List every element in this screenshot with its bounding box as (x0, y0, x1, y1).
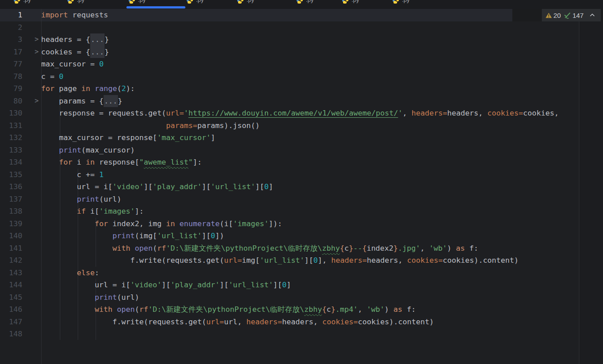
gutter[interactable]: 139 (0, 218, 41, 230)
line-number[interactable]: 131 (9, 120, 22, 132)
fold-arrow-icon[interactable]: > (33, 95, 40, 108)
line-number[interactable]: 145 (9, 291, 22, 304)
gutter[interactable]: 17> (0, 46, 41, 58)
code-line[interactable]: for page in range(2): (41, 83, 603, 95)
code-line[interactable] (41, 21, 603, 34)
line-number[interactable]: 141 (9, 242, 22, 255)
code-line[interactable]: url = i['video']['play_addr']['url_list'… (41, 181, 603, 193)
line-number[interactable]: 143 (9, 267, 22, 279)
line-number[interactable]: 133 (9, 144, 22, 157)
code-line[interactable]: if i['images']: (41, 205, 603, 218)
line-number[interactable]: 148 (9, 328, 22, 340)
line-number[interactable]: 77 (13, 58, 22, 70)
line-number[interactable]: 1 (18, 9, 22, 21)
code-line[interactable] (41, 328, 603, 340)
line-number[interactable]: 136 (9, 181, 22, 193)
folded-region[interactable]: ... (90, 33, 105, 46)
line-number[interactable]: 146 (9, 303, 22, 316)
code-token (41, 232, 113, 240)
code-line[interactable]: max_cursor = 0 (41, 58, 603, 70)
code-line[interactable]: c = 0 (41, 70, 603, 83)
folded-region[interactable]: ... (90, 46, 105, 58)
gutter[interactable]: 140 (0, 230, 41, 242)
warnings-indicator[interactable]: 20 (545, 12, 561, 19)
gutter[interactable]: 143 (0, 267, 41, 279)
code-line[interactable]: response = requests.get(url='https://www… (41, 107, 603, 120)
line-number[interactable]: 140 (9, 230, 22, 242)
gutter[interactable]: 146 (0, 303, 41, 316)
gutter[interactable]: 132 (0, 132, 41, 144)
code-line[interactable]: f.write(requests.get(url=url, headers=he… (41, 316, 603, 328)
code-token: 'video' (130, 281, 162, 289)
line-number[interactable]: 137 (9, 193, 22, 206)
gutter[interactable]: 145 (0, 291, 41, 304)
line-number[interactable]: 144 (9, 279, 22, 291)
code-line[interactable]: print(url) (41, 193, 603, 206)
line-number[interactable]: 142 (9, 254, 22, 267)
code-line[interactable]: headers = {...} (41, 33, 603, 46)
gutter[interactable]: 135 (0, 169, 41, 181)
gutter[interactable]: 148 (0, 328, 41, 340)
line-number[interactable]: 17 (13, 46, 22, 58)
code-line[interactable]: url = i['video']['play_addr']['url_list'… (41, 279, 603, 291)
code-token: 'play_addr' (171, 281, 220, 289)
gutter[interactable]: 137 (0, 193, 41, 206)
code-line[interactable]: params = {...} (41, 95, 603, 108)
gutter[interactable]: 2 (0, 21, 41, 34)
scrollbar-error-stripe[interactable] (579, 21, 603, 364)
code-line[interactable]: print(url) (41, 291, 603, 304)
chevron-up-icon[interactable] (590, 13, 595, 17)
code-line[interactable]: max_cursor = response['max_cursor'] (41, 132, 603, 144)
code-token: headers= (411, 109, 447, 117)
code-line[interactable]: cookies = {...} (41, 46, 603, 58)
code-line[interactable]: print(max_cursor) (41, 144, 603, 157)
line-number[interactable]: 135 (9, 169, 22, 181)
line-number[interactable]: 147 (9, 316, 22, 328)
line-number[interactable]: 80 (13, 95, 22, 108)
line-number[interactable]: 78 (13, 70, 22, 83)
code-line[interactable]: for i in response["aweme_list"]: (41, 156, 603, 169)
gutter[interactable]: 130 (0, 107, 41, 120)
gutter[interactable]: 133 (0, 144, 41, 157)
gutter[interactable]: 79 (0, 83, 41, 95)
fold-arrow-icon[interactable]: > (33, 33, 40, 46)
gutter[interactable]: 3> (0, 33, 41, 46)
editor-pane[interactable]: 1import requests23>headers = {...}17>coo… (0, 9, 603, 364)
gutter[interactable]: 142 (0, 254, 41, 267)
line-number[interactable]: 139 (9, 218, 22, 230)
folded-region[interactable]: ... (104, 95, 118, 108)
line-number[interactable]: 79 (13, 83, 22, 95)
gutter[interactable]: 1 (0, 9, 41, 21)
code-line[interactable]: else: (41, 267, 603, 279)
code-line[interactable]: print(img['url_list'][0]) (41, 230, 603, 242)
typos-indicator[interactable]: 147 (563, 12, 584, 19)
code-line[interactable]: with open(rf'D:\新建文件夹\pythonProject\临时存放… (41, 242, 603, 255)
gutter[interactable]: 144 (0, 279, 41, 291)
code-line[interactable]: with open(rf'D:\新建文件夹\pythonProject\临时存放… (41, 303, 603, 316)
gutter[interactable]: 80> (0, 95, 41, 108)
gutter[interactable]: 77 (0, 58, 41, 70)
code-token: { (322, 305, 327, 314)
line-number[interactable]: 3 (18, 33, 22, 46)
gutter[interactable]: 131 (0, 120, 41, 132)
line-number[interactable]: 2 (18, 21, 22, 34)
code-token: headers, (367, 256, 407, 265)
code-token: open (135, 244, 153, 252)
fold-arrow-icon[interactable]: > (33, 46, 40, 58)
gutter[interactable]: 136 (0, 181, 41, 193)
line-number[interactable]: 134 (9, 156, 22, 169)
line-number[interactable]: 130 (9, 107, 22, 120)
gutter[interactable]: 78 (0, 70, 41, 83)
code-line[interactable]: params=params).json() (41, 120, 603, 132)
gutter[interactable]: 138 (0, 205, 41, 218)
line-number[interactable]: 132 (9, 132, 22, 144)
code-line[interactable]: f.write(requests.get(url=img['url_list']… (41, 254, 603, 267)
gutter[interactable]: 147 (0, 316, 41, 328)
gutter[interactable]: 141 (0, 242, 41, 255)
code-line[interactable]: for index2, img in enumerate(i['images']… (41, 218, 603, 230)
code-token: requests (68, 11, 108, 19)
gutter[interactable]: 134 (0, 156, 41, 169)
code-line[interactable]: c += 1 (41, 169, 603, 181)
code-token: f: (465, 244, 478, 252)
line-number[interactable]: 138 (9, 205, 22, 218)
